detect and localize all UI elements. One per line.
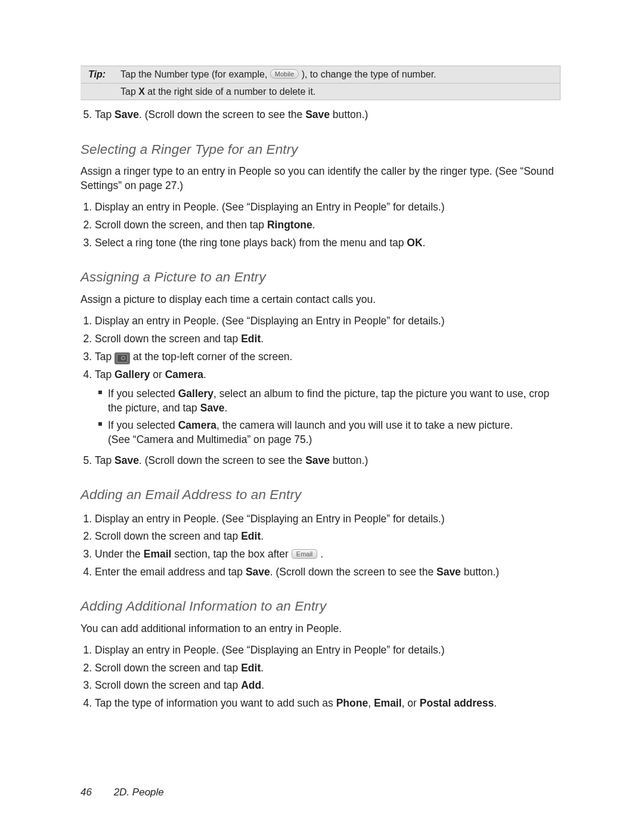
- text: .: [261, 679, 264, 691]
- text: If you selected: [108, 419, 178, 431]
- heading-email: Adding an Email Address to an Entry: [80, 486, 561, 504]
- text: . (Scroll down the screen to see the: [270, 566, 436, 578]
- text: Scroll down the screen, and then tap: [95, 219, 267, 231]
- text: If you selected: [108, 388, 178, 400]
- text: .: [261, 530, 264, 542]
- list-item: Display an entry in People. (See “Displa…: [95, 642, 561, 659]
- list-item: Display an entry in People. (See “Displa…: [95, 510, 561, 528]
- list-item: Tap Gallery or Camera. If you selected G…: [95, 366, 561, 452]
- list-item: Display an entry in People. (See “Displa…: [95, 199, 561, 216]
- step-list-continued: Tap Save. (Scroll down the screen to see…: [80, 106, 561, 124]
- bold-save: Save: [114, 454, 139, 466]
- bold-x: X: [138, 86, 145, 97]
- text: Tap the type of information you want to …: [95, 697, 336, 709]
- intro-additional: You can add additional information to an…: [80, 622, 561, 636]
- bold-save: Save: [305, 109, 330, 120]
- tip-box: Tip: Tap the Number type (for example, M…: [80, 66, 561, 100]
- text: .: [423, 237, 426, 249]
- text: .: [203, 368, 206, 380]
- bold-edit: Edit: [241, 530, 261, 542]
- bold-ringtone: Ringtone: [267, 219, 312, 231]
- text: Tap: [95, 109, 114, 120]
- text: button.): [330, 454, 368, 466]
- bold-edit: Edit: [241, 662, 261, 674]
- text: .: [312, 219, 315, 231]
- text: or: [150, 368, 165, 380]
- text: Tap: [95, 368, 114, 380]
- text: .: [261, 662, 264, 674]
- bold-email: Email: [144, 548, 172, 560]
- text: ), to change the type of number.: [302, 69, 436, 79]
- bold-camera: Camera: [178, 419, 216, 431]
- text: Display an entry in People. (See “Displa…: [95, 644, 445, 656]
- text: Tap: [95, 351, 114, 363]
- text: Select a ring tone (the ring tone plays …: [95, 237, 407, 249]
- bold-email: Email: [374, 697, 402, 709]
- bold-phone: Phone: [336, 697, 368, 709]
- text: Scroll down the screen and tap: [95, 662, 241, 674]
- tip-row-2: Tap X at the right side of a number to d…: [81, 83, 560, 100]
- text: .: [261, 333, 264, 345]
- text: Tap: [95, 454, 114, 466]
- text: Enter the email address and tap: [95, 566, 246, 578]
- page-number: 46: [80, 786, 92, 798]
- bold-save: Save: [114, 109, 139, 120]
- text: button.): [330, 109, 368, 120]
- text: Tap the Number type (for example,: [120, 69, 270, 79]
- text: . (Scroll down the screen to see the: [139, 109, 305, 120]
- steps-additional: Display an entry in People. (See “Displa…: [80, 642, 561, 713]
- list-item: Enter the email address and tap Save. (S…: [95, 563, 561, 581]
- bold-edit: Edit: [241, 333, 261, 345]
- heading-ringer: Selecting a Ringer Type for an Entry: [80, 141, 561, 159]
- text: Display an entry in People. (See “Displa…: [95, 513, 445, 525]
- list-item: Tap Save. (Scroll down the screen to see…: [95, 452, 561, 470]
- text: section, tap the box after: [171, 548, 291, 560]
- text: Scroll down the screen and tap: [95, 679, 241, 691]
- mobile-chip-icon: Mobile: [270, 69, 299, 79]
- list-item: Scroll down the screen and tap Edit.: [95, 659, 561, 677]
- bold-save: Save: [305, 454, 330, 466]
- bold-gallery: Gallery: [178, 388, 213, 400]
- list-item: Tap Save. (Scroll down the screen to see…: [95, 106, 561, 124]
- text: , the camera will launch and you will us…: [216, 419, 513, 431]
- bold-add: Add: [241, 679, 261, 691]
- text: Tap: [120, 86, 138, 97]
- steps-ringer: Display an entry in People. (See “Displa…: [80, 199, 561, 252]
- heading-additional: Adding Additional Information to an Entr…: [80, 597, 561, 615]
- email-chip-icon: Email: [292, 549, 318, 559]
- bold-save: Save: [246, 566, 270, 578]
- list-item: Scroll down the screen, and then tap Rin…: [95, 216, 561, 234]
- text: at the right side of a number to delete …: [145, 86, 315, 97]
- text: .: [494, 697, 497, 709]
- bold-save: Save: [436, 566, 461, 578]
- bold-save: Save: [200, 402, 225, 414]
- text: Display an entry in People. (See “Displa…: [95, 201, 445, 213]
- list-item: Scroll down the screen and tap Add.: [95, 677, 561, 695]
- text: .: [320, 548, 323, 560]
- text: ,: [368, 697, 374, 709]
- text: (See “Camera and Multimedia” on page 75.…: [108, 433, 561, 447]
- text: , or: [402, 697, 420, 709]
- list-item: Tap at the top-left corner of the screen…: [95, 348, 561, 366]
- text: .: [225, 402, 228, 414]
- list-item: If you selected Gallery, select an album…: [108, 385, 561, 417]
- heading-picture: Assigning a Picture to an Entry: [80, 268, 561, 286]
- list-item: Tap the type of information you want to …: [95, 695, 561, 713]
- list-item: Scroll down the screen and tap Edit.: [95, 528, 561, 546]
- steps-email: Display an entry in People. (See “Displa…: [80, 510, 561, 581]
- camera-icon: [114, 352, 130, 364]
- bold-ok: OK: [407, 237, 422, 249]
- text: Scroll down the screen and tap: [95, 333, 241, 345]
- intro-ringer: Assign a ringer type to an entry in Peop…: [80, 165, 561, 193]
- tip-line-2: Tap X at the right side of a number to d…: [114, 85, 555, 98]
- text: at the top-left corner of the screen.: [133, 351, 293, 363]
- list-item: Select a ring tone (the ring tone plays …: [95, 234, 561, 252]
- bold-camera: Camera: [165, 368, 203, 380]
- list-item: Display an entry in People. (See “Displa…: [95, 312, 561, 330]
- bold-postal: Postal address: [420, 697, 494, 709]
- page-footer: 46 2D. People: [80, 786, 164, 800]
- intro-picture: Assign a picture to display each time a …: [80, 293, 561, 307]
- steps-picture: Display an entry in People. (See “Displa…: [80, 312, 561, 469]
- text: Display an entry in People. (See “Displa…: [95, 315, 445, 327]
- text: Under the: [95, 548, 144, 560]
